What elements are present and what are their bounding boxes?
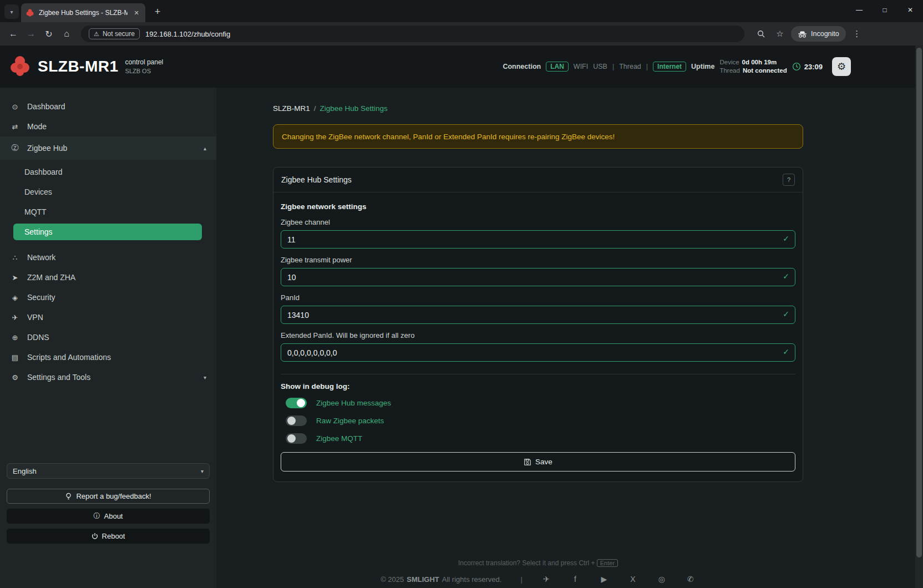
submenu-item-mqtt[interactable]: MQTT — [0, 202, 216, 222]
scrollbar-thumb[interactable] — [916, 48, 922, 557]
youtube-icon[interactable]: ▶ — [599, 575, 609, 584]
breadcrumb-root[interactable]: SLZB-MR1 — [273, 104, 310, 113]
submenu-item-settings[interactable]: Settings — [13, 224, 202, 240]
zigbee-channel-input[interactable] — [281, 230, 795, 249]
submenu-item-devices[interactable]: Devices — [0, 182, 216, 202]
about-button[interactable]: ⓘ About — [7, 509, 210, 524]
toggle-label[interactable]: Zigbee Hub messages — [316, 399, 391, 407]
transmit-power-input[interactable] — [281, 268, 795, 286]
save-button[interactable]: Save — [281, 452, 795, 472]
tab-close-icon[interactable]: ✕ — [132, 8, 141, 17]
sidebar-item-vpn[interactable]: ✈ VPN — [0, 307, 216, 327]
facebook-icon[interactable]: f — [570, 575, 580, 584]
field-power: ✓ — [281, 268, 795, 286]
sidebar-item-dashboard[interactable]: ⊙ Dashboard — [0, 97, 216, 116]
zigbee-mqtt-toggle[interactable] — [286, 433, 307, 444]
telegram-icon[interactable]: ✈ — [541, 575, 551, 584]
raw-zigbee-packets-toggle[interactable] — [286, 415, 307, 426]
zigbee-hub-messages-toggle[interactable] — [286, 398, 307, 408]
lightbulb-icon — [65, 493, 72, 500]
sidebar-item-label: Network — [27, 253, 55, 262]
alert-text: Changing the ZigBee network channel, Pan… — [282, 133, 615, 141]
clock-icon — [792, 62, 801, 71]
browser-tab[interactable]: Zigbee Hub Settings - SLZB-MR1 ✕ — [21, 3, 145, 22]
chevron-down-icon: ▾ — [204, 374, 206, 381]
lan-badge: LAN — [546, 62, 569, 72]
card-help-button[interactable]: ? — [783, 174, 795, 186]
settings-gear-button[interactable]: ⚙ — [832, 57, 851, 76]
sidebar-nav: ⊙ Dashboard ⇄ Mode Ⓩ Zigbee Hub ▴ Dashbo… — [0, 88, 216, 387]
toggle-knob — [297, 399, 305, 407]
warning-triangle-icon: ⚠ — [94, 31, 99, 38]
x-twitter-icon[interactable]: X — [628, 575, 638, 584]
maximize-button[interactable]: □ — [872, 0, 897, 20]
app-header: SLZB-MR1 control panel SLZB OS Connectio… — [0, 45, 915, 88]
window-controls: — □ ✕ — [846, 0, 923, 20]
sidebar-item-zigbee-hub[interactable]: Ⓩ Zigbee Hub ▴ — [0, 136, 216, 160]
copyright-suffix: All rights reserved. — [442, 575, 502, 584]
save-floppy-icon — [524, 458, 531, 466]
minimize-button[interactable]: — — [846, 0, 872, 20]
field-label-panid: PanId — [281, 293, 795, 302]
vpn-icon: ✈ — [10, 313, 20, 322]
brand-subtitle-line1: control panel — [125, 58, 164, 67]
reboot-label: Reboot — [102, 532, 125, 540]
reboot-button[interactable]: Reboot — [7, 529, 210, 544]
sidebar-item-scripts[interactable]: ▤ Scripts and Automations — [0, 347, 216, 367]
uptime-label: Uptime — [691, 63, 714, 70]
sidebar-item-z2m-zha[interactable]: ➤ Z2M and ZHA — [0, 267, 216, 287]
card-title: Zigbee Hub Settings — [281, 175, 352, 184]
sidebar-item-security[interactable]: ◈ Security — [0, 287, 216, 307]
report-bug-button[interactable]: Report a bug/feedback! — [7, 489, 210, 504]
incognito-badge[interactable]: Incognito — [791, 26, 846, 42]
browser-menu-button[interactable]: ⋮ — [849, 26, 865, 42]
field-label-channel: Zigbee channel — [281, 218, 795, 226]
tab-title: Zigbee Hub Settings - SLZB-MR1 — [39, 9, 128, 17]
copyright-brand: SMLIGHT — [407, 575, 439, 584]
forward-button[interactable]: → — [23, 26, 39, 42]
field-ext-panid: ✓ — [281, 343, 795, 362]
toggle-label[interactable]: Raw Zigbee packets — [316, 417, 384, 425]
extended-panid-input[interactable] — [281, 343, 795, 362]
instagram-icon[interactable]: ◎ — [657, 575, 667, 584]
toggle-row-zigbee-mqtt: Zigbee MQTT — [281, 433, 795, 444]
device-uptime-value: 0d 00h 19m — [742, 58, 777, 67]
toggle-label[interactable]: Zigbee MQTT — [316, 434, 362, 443]
bookmark-button[interactable]: ☆ — [772, 26, 788, 42]
settings-card: Zigbee Hub Settings ? Zigbee network set… — [273, 167, 803, 482]
back-button[interactable]: ← — [6, 26, 21, 42]
sidebar-item-label: VPN — [27, 313, 43, 322]
scrollbar[interactable] — [915, 45, 923, 588]
not-secure-chip[interactable]: ⚠ Not secure — [89, 28, 140, 39]
main-content: SLZB-MR1 / Zigbee Hub Settings Changing … — [216, 88, 915, 588]
home-button[interactable]: ⌂ — [59, 26, 74, 42]
close-button[interactable]: ✕ — [897, 0, 923, 20]
whatsapp-icon[interactable]: ✆ — [686, 575, 696, 584]
chevron-up-icon: ▴ — [204, 145, 206, 151]
new-tab-button[interactable]: + — [150, 4, 165, 19]
language-value: English — [13, 467, 37, 475]
sidebar-item-network[interactable]: ∴ Network — [0, 247, 216, 267]
report-bug-label: Report a bug/feedback! — [76, 492, 151, 500]
panid-input[interactable] — [281, 306, 795, 324]
tab-search-button[interactable]: ▾ — [4, 4, 19, 19]
zoom-button[interactable] — [753, 26, 769, 42]
warning-alert: Changing the ZigBee network channel, Pan… — [273, 124, 803, 149]
submenu-item-label: Dashboard — [24, 168, 63, 176]
clock-time: 23:09 — [804, 63, 823, 71]
thread-label: Thread — [619, 63, 641, 70]
magnifier-icon — [757, 29, 765, 38]
submenu-item-dashboard[interactable]: Dashboard — [0, 162, 216, 182]
valid-check-icon: ✓ — [783, 272, 789, 281]
address-bar[interactable]: ⚠ Not secure 192.168.1.102/zhub/config — [81, 26, 744, 42]
sidebar-item-settings-tools[interactable]: ⚙ Settings and Tools ▾ — [0, 367, 216, 387]
sidebar-item-mode[interactable]: ⇄ Mode — [0, 116, 216, 136]
z2m-icon: ➤ — [10, 273, 20, 282]
language-select[interactable]: English ▾ — [7, 463, 210, 479]
field-channel: ✓ — [281, 230, 795, 249]
copyright-year: © 2025 — [381, 575, 404, 584]
reload-button[interactable]: ↻ — [41, 26, 57, 42]
tab-strip: ▾ Zigbee Hub Settings - SLZB-MR1 ✕ + — □… — [0, 0, 923, 22]
sidebar-item-ddns[interactable]: ⊕ DDNS — [0, 327, 216, 347]
breadcrumb-separator: / — [314, 104, 316, 113]
